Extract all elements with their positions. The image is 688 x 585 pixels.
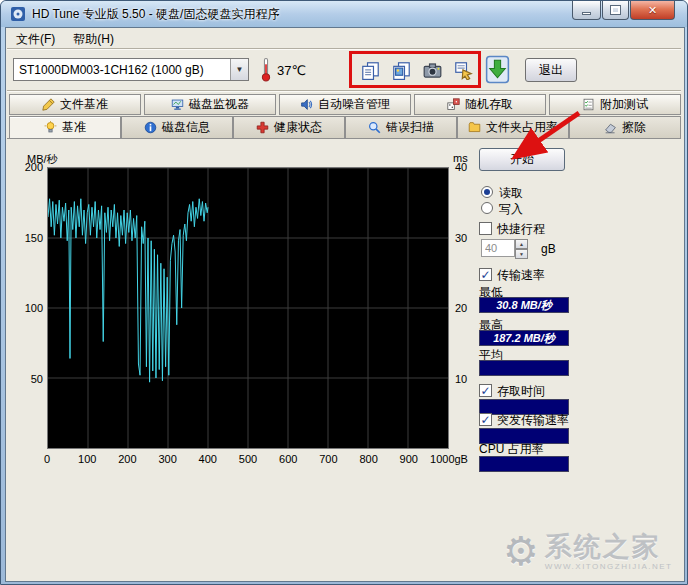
avg-value: [479, 360, 569, 376]
menu-bar: 文件(F) 帮助(H): [7, 30, 681, 49]
short-stroke-unit: gB: [541, 242, 556, 256]
max-value: 187.2 MB/秒: [479, 330, 569, 346]
y-right-tick: 10: [455, 373, 467, 385]
stepper-down-icon[interactable]: ▼: [515, 249, 528, 259]
x-tick: 1000gB: [430, 453, 468, 465]
access-time-checkbox[interactable]: [479, 384, 492, 397]
minimize-icon: [582, 12, 591, 15]
x-tick: 200: [118, 453, 136, 465]
stepper-up-icon[interactable]: ▲: [515, 239, 528, 249]
maximize-button[interactable]: [602, 1, 629, 20]
tab-label: 附加测试: [600, 96, 648, 113]
y-right-tick: 30: [455, 232, 467, 244]
x-tick: 500: [239, 453, 257, 465]
benchmark-chart: [47, 167, 449, 449]
tab-file-benchmark[interactable]: 文件基准: [9, 94, 141, 115]
titlebar[interactable]: HD Tune 专业版 5.50 - 硬盘/固态硬盘实用程序 ✕: [1, 1, 687, 27]
menu-separator: [7, 48, 681, 50]
x-tick: 0: [44, 453, 50, 465]
chevron-down-icon[interactable]: ▼: [230, 59, 248, 80]
close-icon: ✕: [648, 4, 657, 17]
x-tick: 900: [400, 453, 418, 465]
watermark-site-url: WWW.XITONGZHIJIA.NET: [545, 562, 673, 571]
toolbar-separator: [7, 90, 681, 92]
close-button[interactable]: ✕: [630, 1, 675, 20]
y-right-tick: 40: [455, 161, 467, 173]
x-tick: 400: [199, 453, 217, 465]
tab-label: 磁盘监视器: [189, 96, 249, 113]
tab-extra-tests[interactable]: 附加测试: [549, 94, 681, 115]
eraser-icon: [604, 121, 617, 134]
tab-label: 随机存取: [465, 96, 513, 113]
bulb-icon: [44, 121, 57, 134]
burst-rate-checkbox[interactable]: [479, 413, 492, 426]
write-radio[interactable]: [481, 202, 493, 214]
tab-erase[interactable]: 擦除: [569, 116, 681, 139]
tab-aam[interactable]: 自动噪音管理: [279, 94, 411, 115]
monitor-icon: [171, 98, 184, 111]
download-icon: [485, 55, 510, 84]
tab-label: 自动噪音管理: [318, 96, 390, 113]
checklist-icon: [582, 98, 595, 111]
watermark-site-name: 系统之家: [545, 532, 673, 562]
speaker-icon: [300, 98, 313, 111]
menu-item-help[interactable]: 帮助(H): [64, 29, 123, 50]
info-icon: [144, 121, 157, 134]
tab-label: 文件基准: [60, 96, 108, 113]
tab-error-scan[interactable]: 错误扫描: [345, 116, 457, 139]
y-left-tick: 200: [17, 161, 43, 173]
write-radio-label[interactable]: 写入: [499, 201, 523, 218]
start-button[interactable]: 开始: [479, 148, 565, 171]
short-stroke-input[interactable]: [481, 239, 515, 257]
watermark: ⚙ 系统之家 WWW.XITONGZHIJIA.NET: [503, 531, 672, 571]
short-stroke-stepper: ▲ ▼: [515, 239, 528, 257]
start-button-label: 开始: [510, 151, 534, 168]
drive-selector[interactable]: ST1000DM003-1CH162 (1000 gB) ▼: [13, 58, 249, 81]
exit-button[interactable]: 退出: [525, 58, 577, 82]
transfer-rate-checkbox[interactable]: [479, 268, 492, 281]
app-icon: [10, 6, 26, 22]
tab-row-top: 文件基准磁盘监视器自动噪音管理随机存取附加测试: [9, 94, 681, 115]
access-time-label[interactable]: 存取时间: [497, 383, 545, 400]
thermometer-icon: [260, 57, 272, 82]
tab-row-bottom: 基准磁盘信息健康状态错误扫描文件夹占用率擦除: [9, 116, 681, 139]
tab-benchmark[interactable]: 基准: [9, 116, 121, 139]
tab-folder-usage[interactable]: 文件夹占用率: [457, 116, 569, 139]
hdtune-window: HD Tune 专业版 5.50 - 硬盘/固态硬盘实用程序 ✕ 文件(F) 帮…: [0, 0, 688, 585]
burst-rate-label[interactable]: 突发传输速率: [497, 412, 569, 429]
window-controls: ✕: [571, 1, 675, 20]
read-radio[interactable]: [481, 186, 493, 198]
drive-selector-value: ST1000DM003-1CH162 (1000 gB): [14, 63, 230, 77]
tab-disk-info[interactable]: 磁盘信息: [121, 116, 233, 139]
short-stroke-label[interactable]: 快捷行程: [497, 221, 545, 238]
tab-label: 文件夹占用率: [486, 119, 558, 136]
gear-icon: ⚙: [503, 531, 539, 571]
transfer-rate-label[interactable]: 传输速率: [497, 267, 545, 284]
tab-label: 擦除: [622, 119, 646, 136]
minimize-button[interactable]: [572, 1, 601, 20]
exit-button-label: 退出: [539, 62, 563, 79]
content-top-border: [7, 138, 681, 139]
min-value: 30.8 MB/秒: [479, 297, 569, 313]
tab-random-access[interactable]: 随机存取: [414, 94, 546, 115]
x-tick: 600: [279, 453, 297, 465]
tab-label: 基准: [62, 119, 86, 136]
benchmark-chart-canvas: [48, 168, 448, 448]
tab-health[interactable]: 健康状态: [233, 116, 345, 139]
folder-icon: [468, 121, 481, 134]
annotation-highlight-box: [349, 51, 481, 88]
read-radio-label[interactable]: 读取: [499, 185, 523, 202]
y-right-tick: 20: [455, 302, 467, 314]
menu-item-file[interactable]: 文件(F): [7, 29, 64, 50]
short-stroke-checkbox[interactable]: [479, 222, 492, 235]
tab-label: 健康状态: [274, 119, 322, 136]
health-icon: [256, 121, 269, 134]
download-button[interactable]: [485, 55, 510, 84]
pencil-icon: [42, 98, 55, 111]
x-tick: 700: [319, 453, 337, 465]
y-left-tick: 50: [17, 373, 43, 385]
tab-label: 磁盘信息: [162, 119, 210, 136]
tab-disk-monitor[interactable]: 磁盘监视器: [144, 94, 276, 115]
dice-icon: [447, 98, 460, 111]
x-tick: 100: [78, 453, 96, 465]
